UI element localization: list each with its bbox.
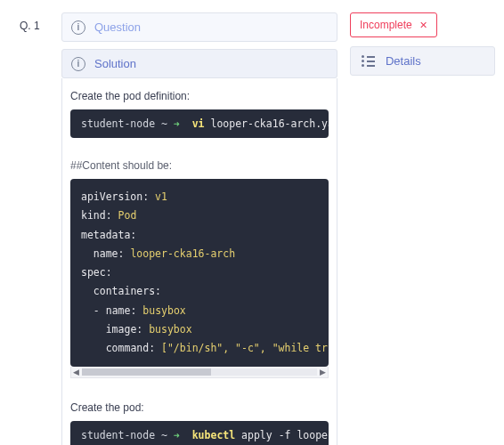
step-text: Create the pod definition:	[70, 90, 329, 102]
horizontal-scrollbar[interactable]: ◀ ▶	[70, 367, 329, 378]
prompt-tilde: ~	[161, 429, 167, 441]
solution-panel-label: Solution	[94, 57, 136, 70]
step-text: Create the pod:	[70, 401, 329, 414]
solution-body: Create the pod definition: student-node …	[61, 78, 337, 445]
content-label: ##Content should be:	[70, 159, 329, 172]
scroll-left-icon[interactable]: ◀	[73, 368, 79, 376]
solution-panel-header[interactable]: i Solution	[61, 49, 337, 78]
status-badge-label: Incomplete	[360, 19, 412, 31]
command-name: kubectl	[192, 429, 235, 441]
details-button[interactable]: Details	[350, 46, 495, 76]
prompt-host: student-node	[81, 117, 155, 130]
code-block-command-1[interactable]: student-node ~ ➜ vi looper-cka16-arch.ya…	[70, 109, 329, 138]
info-icon: i	[71, 20, 85, 35]
code-block-yaml[interactable]: apiVersion: v1 kind: Pod metadata: name:…	[70, 179, 329, 367]
code-block-command-2[interactable]: student-node ~ ➜ kubectl apply -f looper…	[70, 421, 329, 445]
question-number: Q. 1	[20, 12, 49, 445]
scroll-right-icon[interactable]: ▶	[320, 368, 326, 376]
prompt-arrow-icon: ➜	[174, 117, 180, 130]
details-label: Details	[386, 54, 421, 68]
prompt-tilde: ~	[161, 117, 167, 130]
info-icon: i	[71, 57, 85, 71]
close-icon[interactable]: ✕	[419, 20, 427, 30]
command-args: apply -f looper-cka16-arch.yaml	[241, 429, 329, 441]
prompt-host: student-node	[81, 429, 155, 441]
list-icon	[362, 55, 375, 67]
question-panel-header[interactable]: i Question	[61, 12, 337, 42]
command-name: vi	[192, 117, 205, 130]
prompt-arrow-icon: ➜	[174, 429, 180, 441]
status-badge-incomplete[interactable]: Incomplete ✕	[350, 12, 437, 37]
question-panel-label: Question	[94, 20, 141, 34]
command-args: looper-cka16-arch.yaml	[210, 117, 329, 130]
